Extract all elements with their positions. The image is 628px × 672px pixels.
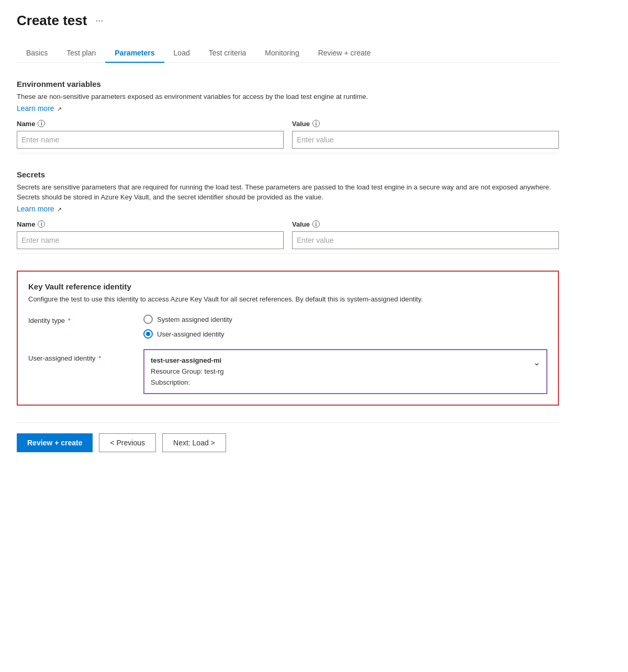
secrets-title: Secrets	[17, 170, 559, 179]
ua-identity-dropdown[interactable]: test-user-assigned-mi Resource Group: te…	[143, 349, 547, 394]
ua-identity-sub: Subscription:	[151, 377, 223, 388]
key-vault-section: Key Vault reference identity Configure t…	[17, 271, 559, 406]
env-vars-section: Environment variables These are non-sens…	[17, 80, 559, 153]
env-name-label: Name	[17, 120, 35, 128]
tab-monitoring[interactable]: Monitoring	[255, 43, 308, 62]
secrets-learn-more-link[interactable]: Learn more	[17, 205, 54, 213]
radio-user-circle	[143, 329, 153, 339]
previous-button[interactable]: < Previous	[99, 433, 156, 452]
env-value-input[interactable]	[292, 131, 559, 149]
secrets-external-link-icon: ↗	[57, 206, 62, 212]
identity-type-label: Identity type	[28, 317, 65, 324]
env-vars-desc: These are non-sensitive parameters expos…	[17, 92, 559, 102]
secrets-desc: Secrets are sensitive parameters that ar…	[17, 182, 559, 203]
review-create-button[interactable]: Review + create	[17, 433, 93, 452]
bottom-action-bar: Review + create < Previous Next: Load >	[17, 422, 559, 463]
secrets-name-input[interactable]	[17, 231, 284, 249]
radio-system-circle	[143, 315, 153, 324]
env-value-label: Value	[292, 120, 310, 128]
ua-identity-rg: Resource Group: test-rg	[151, 366, 223, 377]
secrets-value-label: Value	[292, 220, 310, 228]
tab-basics[interactable]: Basics	[17, 43, 57, 62]
ua-identity-mi-name: test-user-assigned-mi	[151, 355, 223, 366]
tab-parameters[interactable]: Parameters	[105, 43, 164, 62]
tab-test-plan[interactable]: Test plan	[57, 43, 105, 62]
page-title: Create test	[17, 13, 87, 29]
env-name-input[interactable]	[17, 131, 284, 149]
key-vault-desc: Configure the test to use this identity …	[28, 294, 547, 305]
env-vars-external-link-icon: ↗	[57, 106, 62, 112]
ellipsis-menu-button[interactable]: ···	[92, 14, 106, 27]
tab-test-criteria[interactable]: Test criteria	[199, 43, 256, 62]
tab-load[interactable]: Load	[164, 43, 199, 62]
env-name-info-icon: i	[38, 120, 45, 127]
secrets-section: Secrets Secrets are sensitive parameters…	[17, 170, 559, 254]
ua-identity-required-star: *	[97, 354, 102, 362]
radio-system-assigned[interactable]: System assigned identity	[143, 315, 232, 324]
next-button[interactable]: Next: Load >	[162, 433, 226, 452]
env-vars-learn-more-link[interactable]: Learn more	[17, 104, 54, 113]
radio-user-dot	[146, 332, 150, 336]
identity-type-required-star: *	[66, 317, 71, 324]
secrets-name-label: Name	[17, 220, 35, 228]
secrets-name-info-icon: i	[38, 220, 45, 228]
env-value-info-icon: i	[312, 120, 320, 127]
radio-system-label: System assigned identity	[157, 316, 232, 323]
tab-review-create[interactable]: Review + create	[309, 43, 380, 62]
secrets-value-input[interactable]	[292, 231, 559, 249]
radio-user-assigned[interactable]: User-assigned identity	[143, 329, 232, 339]
key-vault-title: Key Vault reference identity	[28, 282, 547, 291]
chevron-down-icon: ⌄	[533, 357, 540, 367]
env-vars-title: Environment variables	[17, 80, 559, 88]
tab-nav: Basics Test plan Parameters Load Test cr…	[17, 43, 559, 63]
radio-user-label: User-assigned identity	[157, 330, 225, 338]
ua-identity-label: User-assigned identity	[28, 354, 96, 362]
secrets-value-info-icon: i	[312, 220, 320, 228]
